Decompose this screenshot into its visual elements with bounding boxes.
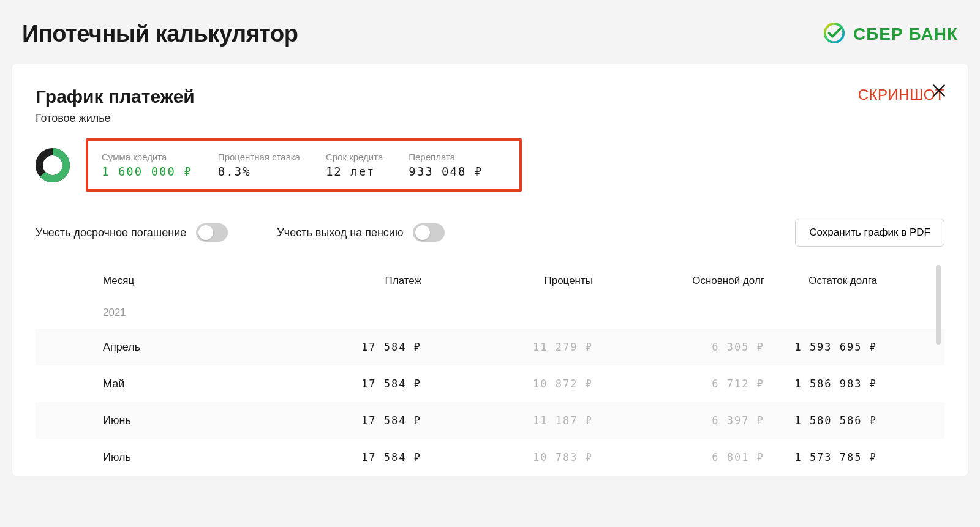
loan-donut-chart [36,148,70,182]
cell-payment: 17 584 ₽ [238,341,421,353]
cell-payment: 17 584 ₽ [238,451,421,463]
table-scrollbar[interactable] [936,265,941,476]
cell-principal: 6 397 ₽ [593,414,764,427]
col-header-interest: Проценты [421,275,593,287]
cell-payment: 17 584 ₽ [238,378,421,390]
col-header-payment: Платеж [238,275,421,287]
cell-interest: 11 187 ₽ [421,414,593,427]
cell-month: Апрель [103,341,238,354]
stat-label: Переплата [409,152,483,162]
cell-principal: 6 801 ₽ [593,451,764,463]
stat-term: Срок кредита 12 лет [326,152,383,178]
cell-principal: 6 712 ₽ [593,378,764,390]
cell-balance: 1 586 983 ₽ [764,378,877,390]
col-header-month: Месяц [103,275,238,287]
year-label: 2021 [103,307,238,319]
schedule-table: Месяц Платеж Проценты Основной долг Оста… [36,265,944,476]
stat-label: Процентная ставка [218,152,300,162]
cell-interest: 10 783 ₽ [421,451,593,463]
sber-check-icon [823,21,846,47]
toggle-early-repay[interactable] [196,223,228,242]
toggle-retirement[interactable] [413,223,445,242]
stat-label: Сумма кредита [102,152,192,162]
table-row: Май17 584 ₽10 872 ₽6 712 ₽1 586 983 ₽ [36,365,944,402]
toggle-retirement-label: Учесть выход на пенсию [277,226,403,239]
stat-loan-amount: Сумма кредита 1 600 000 ₽ [102,152,192,178]
save-pdf-button[interactable]: Сохранить график в PDF [795,219,944,247]
cell-balance: 1 580 586 ₽ [764,414,877,427]
col-header-principal: Основной долг [593,275,764,287]
cell-month: Май [103,378,238,391]
summary-highlight-box: Сумма кредита 1 600 000 ₽ Процентная ста… [86,138,522,192]
page-title: Ипотечный калькулятор [22,21,298,47]
stat-value: 8.3% [218,165,300,178]
stat-value: 1 600 000 ₽ [102,165,192,178]
panel-subtitle: Готовое жилье [36,112,195,125]
cell-balance: 1 593 695 ₽ [764,341,877,353]
svg-point-0 [825,23,843,42]
stat-value: 933 048 ₽ [409,165,483,178]
cell-month: Июль [103,451,238,464]
col-header-balance: Остаток долга [764,275,877,287]
table-header-row: Месяц Платеж Проценты Основной долг Оста… [36,265,944,297]
brand-logo: СБЕР БАНК [823,21,958,47]
cell-interest: 10 872 ₽ [421,378,593,390]
table-row: Июль17 584 ₽10 783 ₽6 801 ₽1 573 785 ₽ [36,439,944,476]
stat-value: 12 лет [326,165,383,178]
panel-title: График платежей [36,86,195,107]
table-year-row: 2021 [36,297,944,329]
stat-overpay: Переплата 933 048 ₽ [409,152,483,178]
schedule-panel: График платежей Готовое жилье СКРИНШОТ С… [12,64,968,476]
close-button[interactable] [931,83,947,101]
stat-rate: Процентная ставка 8.3% [218,152,300,178]
table-row: Июнь17 584 ₽11 187 ₽6 397 ₽1 580 586 ₽ [36,402,944,439]
cell-interest: 11 279 ₽ [421,341,593,353]
cell-principal: 6 305 ₽ [593,341,764,353]
brand-logo-text: СБЕР БАНК [853,24,958,44]
cell-balance: 1 573 785 ₽ [764,451,877,463]
toggle-early-repay-label: Учесть досрочное погашение [36,226,186,239]
cell-month: Июнь [103,414,238,427]
svg-point-3 [47,159,59,171]
table-row: Апрель17 584 ₽11 279 ₽6 305 ₽1 593 695 ₽ [36,329,944,365]
stat-label: Срок кредита [326,152,383,162]
cell-payment: 17 584 ₽ [238,414,421,427]
